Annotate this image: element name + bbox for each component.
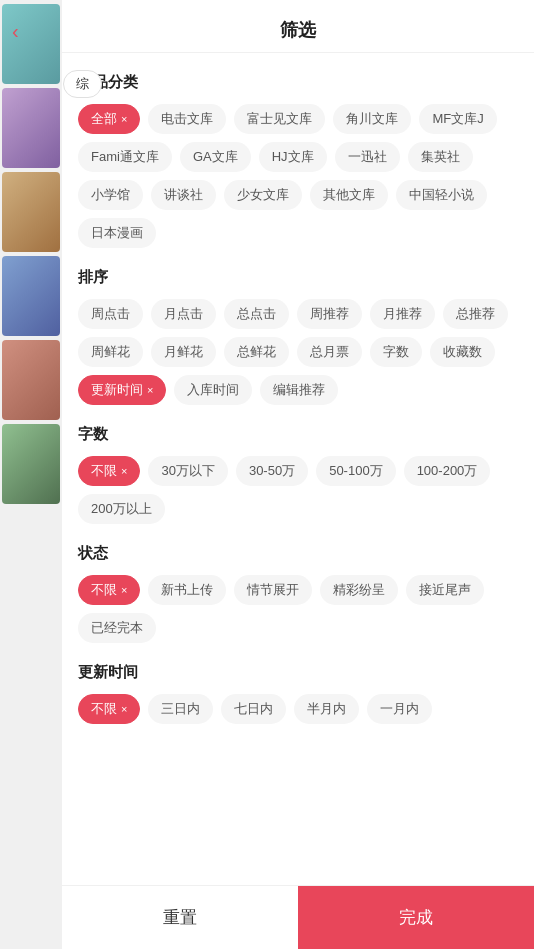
tag-sort-tags-4[interactable]: 月推荐: [370, 299, 435, 329]
tag-sort-tags-7[interactable]: 月鲜花: [151, 337, 216, 367]
background-sidebar: [0, 0, 62, 949]
tag-status-tags-4[interactable]: 接近尾声: [406, 575, 484, 605]
tag-category-tags-10[interactable]: 小学馆: [78, 180, 143, 210]
tag-status-tags-5[interactable]: 已经完本: [78, 613, 156, 643]
sidebar-thumb-2: [2, 88, 60, 168]
tag-category-tags-0[interactable]: 全部×: [78, 104, 140, 134]
tag-word-count-tags-3[interactable]: 50-100万: [316, 456, 395, 486]
section-status: 状态 不限×新书上传情节展开精彩纷呈接近尾声已经完本: [78, 544, 518, 643]
tag-update-time-tags-2[interactable]: 七日内: [221, 694, 286, 724]
close-icon[interactable]: ×: [121, 584, 127, 596]
tag-category-tags-5[interactable]: Fami通文库: [78, 142, 172, 172]
tag-update-time-tags-1[interactable]: 三日内: [148, 694, 213, 724]
back-button[interactable]: ‹: [12, 20, 19, 43]
section-update-time: 更新时间 不限×三日内七日内半月内一月内: [78, 663, 518, 724]
sidebar-thumb-3: [2, 172, 60, 252]
tag-status-tags-3[interactable]: 精彩纷呈: [320, 575, 398, 605]
tag-category-tags-8[interactable]: 一迅社: [335, 142, 400, 172]
tag-sort-tags-14[interactable]: 编辑推荐: [260, 375, 338, 405]
tag-category-tags-14[interactable]: 中国轻小说: [396, 180, 487, 210]
tag-sort-tags-10[interactable]: 字数: [370, 337, 422, 367]
tag-word-count-tags-4[interactable]: 100-200万: [404, 456, 491, 486]
tag-category-tags-3[interactable]: 角川文库: [333, 104, 411, 134]
section-title-status: 状态: [78, 544, 518, 563]
tag-category-tags-4[interactable]: MF文库J: [419, 104, 496, 134]
tag-category-tags-1[interactable]: 电击文库: [148, 104, 226, 134]
filter-panel: 筛选 作品分类 全部×电击文库富士见文库角川文库MF文库JFami通文库GA文库…: [62, 0, 534, 949]
tag-status-tags-0[interactable]: 不限×: [78, 575, 140, 605]
section-title-sort: 排序: [78, 268, 518, 287]
tag-category-tags-6[interactable]: GA文库: [180, 142, 251, 172]
tag-sort-tags-13[interactable]: 入库时间: [174, 375, 252, 405]
sort-tags: 周点击月点击总点击周推荐月推荐总推荐周鲜花月鲜花总鲜花总月票字数收藏数更新时间×…: [78, 299, 518, 405]
panel-title: 筛选: [62, 0, 534, 53]
sidebar-thumb-6: [2, 424, 60, 504]
category-tags: 全部×电击文库富士见文库角川文库MF文库JFami通文库GA文库HJ文库一迅社集…: [78, 104, 518, 248]
reset-button[interactable]: 重置: [62, 886, 298, 949]
tag-status-tags-2[interactable]: 情节展开: [234, 575, 312, 605]
tag-update-time-tags-3[interactable]: 半月内: [294, 694, 359, 724]
confirm-button[interactable]: 完成: [298, 886, 534, 949]
section-title-word-count: 字数: [78, 425, 518, 444]
tag-sort-tags-0[interactable]: 周点击: [78, 299, 143, 329]
tag-sort-tags-1[interactable]: 月点击: [151, 299, 216, 329]
tag-sort-tags-9[interactable]: 总月票: [297, 337, 362, 367]
panel-footer: 重置 完成: [62, 885, 534, 949]
close-icon[interactable]: ×: [121, 465, 127, 477]
tag-status-tags-1[interactable]: 新书上传: [148, 575, 226, 605]
tag-sort-tags-6[interactable]: 周鲜花: [78, 337, 143, 367]
section-category: 作品分类 全部×电击文库富士见文库角川文库MF文库JFami通文库GA文库HJ文…: [78, 73, 518, 248]
sidebar-thumb-4: [2, 256, 60, 336]
update-time-tags: 不限×三日内七日内半月内一月内: [78, 694, 518, 724]
close-icon[interactable]: ×: [121, 703, 127, 715]
tag-category-tags-2[interactable]: 富士见文库: [234, 104, 325, 134]
tag-word-count-tags-1[interactable]: 30万以下: [148, 456, 227, 486]
word-count-tags: 不限×30万以下30-50万50-100万100-200万200万以上: [78, 456, 518, 524]
tag-category-tags-13[interactable]: 其他文库: [310, 180, 388, 210]
sidebar-thumb-1: [2, 4, 60, 84]
panel-body: 作品分类 全部×电击文库富士见文库角川文库MF文库JFami通文库GA文库HJ文…: [62, 53, 534, 949]
tag-category-tags-7[interactable]: HJ文库: [259, 142, 327, 172]
tag-sort-tags-5[interactable]: 总推荐: [443, 299, 508, 329]
tab-综合[interactable]: 综: [63, 70, 102, 98]
section-title-category: 作品分类: [78, 73, 518, 92]
tag-sort-tags-2[interactable]: 总点击: [224, 299, 289, 329]
tag-sort-tags-11[interactable]: 收藏数: [430, 337, 495, 367]
close-icon[interactable]: ×: [121, 113, 127, 125]
tag-word-count-tags-2[interactable]: 30-50万: [236, 456, 308, 486]
tag-word-count-tags-5[interactable]: 200万以上: [78, 494, 165, 524]
close-icon[interactable]: ×: [147, 384, 153, 396]
tag-update-time-tags-4[interactable]: 一月内: [367, 694, 432, 724]
tag-category-tags-15[interactable]: 日本漫画: [78, 218, 156, 248]
section-title-update-time: 更新时间: [78, 663, 518, 682]
tag-category-tags-9[interactable]: 集英社: [408, 142, 473, 172]
tag-sort-tags-8[interactable]: 总鲜花: [224, 337, 289, 367]
tag-update-time-tags-0[interactable]: 不限×: [78, 694, 140, 724]
status-tags: 不限×新书上传情节展开精彩纷呈接近尾声已经完本: [78, 575, 518, 643]
section-word-count: 字数 不限×30万以下30-50万50-100万100-200万200万以上: [78, 425, 518, 524]
tag-category-tags-12[interactable]: 少女文库: [224, 180, 302, 210]
tag-sort-tags-3[interactable]: 周推荐: [297, 299, 362, 329]
section-sort: 排序 周点击月点击总点击周推荐月推荐总推荐周鲜花月鲜花总鲜花总月票字数收藏数更新…: [78, 268, 518, 405]
sidebar-thumb-5: [2, 340, 60, 420]
tag-sort-tags-12[interactable]: 更新时间×: [78, 375, 166, 405]
tag-word-count-tags-0[interactable]: 不限×: [78, 456, 140, 486]
tag-category-tags-11[interactable]: 讲谈社: [151, 180, 216, 210]
